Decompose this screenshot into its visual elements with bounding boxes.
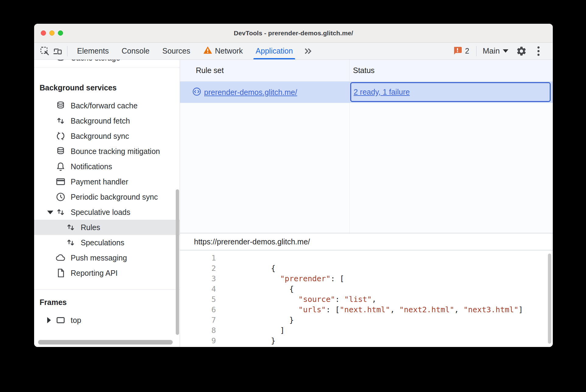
- toolbar-separator-2: [476, 46, 477, 56]
- database-icon: [55, 60, 66, 63]
- rule-set-preview: https://prerender-demos.glitch.me/ 12 {3…: [180, 233, 553, 347]
- credit-card-icon: [55, 177, 66, 187]
- frame-icon: [55, 315, 66, 325]
- tab-elements[interactable]: Elements: [71, 43, 115, 59]
- sidebar-item-rules[interactable]: Rules: [34, 220, 180, 235]
- sidebar-item-periodic-background-sync[interactable]: Periodic background sync: [34, 189, 180, 205]
- traffic-lights: [41, 24, 63, 42]
- bell-icon: [55, 161, 66, 172]
- status-link[interactable]: 2 ready, 1 failure: [354, 88, 410, 96]
- sync-arrows-icon: [55, 131, 66, 141]
- code-line: 8 ]: [180, 325, 553, 336]
- minimize-window-button[interactable]: [49, 30, 55, 36]
- code-line: 6 "urls": ["next.html", "next2.html", "n…: [180, 305, 553, 315]
- code-line: 5 "source": "list",: [180, 294, 553, 305]
- collapsed-triangle-icon[interactable]: [47, 317, 51, 323]
- titlebar: DevTools - prerender-demos.glitch.me/: [34, 24, 553, 43]
- database-icon: [55, 100, 66, 111]
- table-row[interactable]: prerender-demos.glitch.me/ 2 ready, 1 fa…: [180, 82, 553, 103]
- close-window-button[interactable]: [41, 30, 46, 36]
- zoom-window-button[interactable]: [58, 30, 63, 36]
- target-selector-label: Main: [483, 46, 500, 56]
- tab-network[interactable]: Network: [197, 43, 249, 59]
- background-services-items: Back/forward cache Background fetch Back…: [34, 98, 180, 281]
- grid-header: Rule set Status: [180, 60, 553, 82]
- panel-tabs: Elements Console Sources Network Applica…: [71, 43, 315, 59]
- toolbar-right-group: 2 Main: [453, 45, 545, 58]
- more-options-button[interactable]: [532, 45, 545, 58]
- sidebar-vertical-scrollbar[interactable]: [176, 189, 179, 335]
- active-tab-underline: [253, 58, 295, 59]
- sidebar-item-background-fetch[interactable]: Background fetch: [34, 113, 180, 128]
- sidebar-item-speculative-loads[interactable]: Speculative loads: [34, 205, 180, 220]
- json-source-viewer: 12 {3 "prerender": [4 {5 "source": "list…: [180, 250, 553, 347]
- rule-set-grid: Rule set Status prerender-demos.glitch.m…: [180, 60, 553, 233]
- sidebar-item-notifications[interactable]: Notifications: [34, 159, 180, 174]
- code-lines: 12 {3 "prerender": [4 {5 "source": "list…: [180, 253, 553, 346]
- code-text: "source": "list",: [225, 294, 376, 305]
- issue-badge-icon: [453, 46, 462, 57]
- rule-set-cell[interactable]: prerender-demos.glitch.me/: [180, 82, 350, 103]
- tab-sources[interactable]: Sources: [156, 43, 197, 59]
- code-vertical-scrollbar[interactable]: [548, 254, 551, 344]
- code-line: 2 {: [180, 263, 553, 274]
- status-cell-focus-ring: 2 ready, 1 failure: [350, 82, 551, 102]
- sidebar-item-payment-handler[interactable]: Payment handler: [34, 174, 180, 189]
- line-number: 7: [180, 315, 216, 325]
- column-header-status[interactable]: Status: [350, 60, 553, 81]
- column-header-rule-set[interactable]: Rule set: [180, 60, 350, 81]
- devtools-content: Cache storage Background services Back/f…: [34, 60, 553, 347]
- line-number: 8: [180, 325, 216, 336]
- tab-application[interactable]: Application: [249, 43, 299, 59]
- sidebar-item-speculations[interactable]: Speculations: [34, 235, 180, 250]
- code-line: 7 }: [180, 315, 553, 325]
- devtools-window: DevTools - prerender-demos.glitch.me/: [34, 24, 553, 347]
- code-brackets-icon: [192, 87, 201, 97]
- speculative-loads-panel: Rule set Status prerender-demos.glitch.m…: [180, 60, 553, 347]
- line-number: 4: [180, 284, 216, 294]
- up-down-arrows-icon: [55, 207, 66, 217]
- more-tabs-button[interactable]: [302, 45, 315, 58]
- up-down-arrows-icon: [55, 116, 66, 126]
- sidebar-item-bounce-tracking-mitigation[interactable]: Bounce tracking mitigation: [34, 144, 180, 159]
- code-text: }: [225, 336, 276, 346]
- expanded-triangle-icon[interactable]: [47, 211, 53, 214]
- inspect-element-button[interactable]: [38, 45, 51, 58]
- issues-counter[interactable]: 2: [453, 46, 469, 57]
- sidebar-item-top-frame[interactable]: top: [34, 313, 180, 328]
- settings-button[interactable]: [515, 45, 528, 58]
- sidebar-item-push-messaging[interactable]: Push messaging: [34, 250, 180, 265]
- code-text: {: [225, 284, 294, 294]
- sidebar-item-label: Cache storage: [71, 60, 120, 62]
- document-icon: [55, 268, 66, 278]
- code-line: 9 }: [180, 336, 553, 346]
- code-line: 3 "prerender": [: [180, 274, 553, 284]
- line-number: 6: [180, 305, 216, 315]
- sidebar-horizontal-scrollbar[interactable]: [38, 340, 173, 345]
- vertical-dots-icon: [537, 46, 540, 57]
- target-selector-dropdown[interactable]: Main: [483, 46, 508, 56]
- toolbar-separator: [67, 46, 68, 56]
- window-title: DevTools - prerender-demos.glitch.me/: [234, 30, 353, 37]
- sidebar-divider-frames: [34, 289, 180, 290]
- up-down-arrows-icon: [65, 237, 76, 248]
- status-cell[interactable]: 2 ready, 1 failure: [350, 82, 553, 103]
- toggle-device-toolbar-button[interactable]: [51, 45, 64, 58]
- code-text: "urls": ["next.html", "next2.html", "nex…: [225, 305, 523, 315]
- code-line: 1: [180, 253, 553, 263]
- grid-empty-area: [180, 103, 553, 233]
- grid-column-divider: [349, 103, 350, 233]
- line-number: 2: [180, 263, 216, 274]
- sidebar-item-background-sync[interactable]: Background sync: [34, 128, 180, 144]
- sidebar-item-back-forward-cache[interactable]: Back/forward cache: [34, 98, 180, 113]
- sidebar-item-cache-storage[interactable]: Cache storage: [34, 60, 180, 65]
- sidebar-item-reporting-api[interactable]: Reporting API: [34, 265, 180, 281]
- tab-console[interactable]: Console: [115, 43, 156, 59]
- code-text: {: [225, 263, 276, 274]
- code-line: 4 {: [180, 284, 553, 294]
- code-text: }: [225, 315, 294, 325]
- issue-count: 2: [465, 47, 469, 55]
- section-background-services: Background services: [34, 80, 180, 95]
- rule-set-link[interactable]: prerender-demos.glitch.me/: [204, 88, 297, 97]
- devtools-toolbar: Elements Console Sources Network Applica…: [34, 43, 553, 60]
